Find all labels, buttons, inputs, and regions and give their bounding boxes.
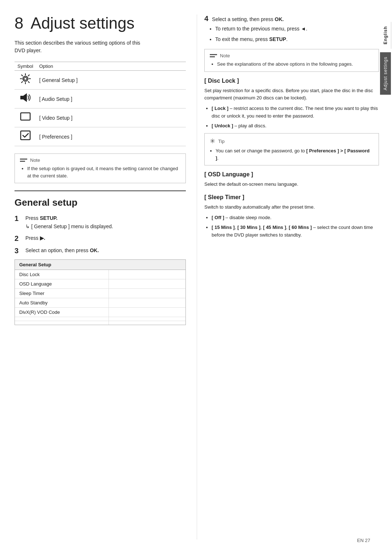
osd-language-text: Select the default on-screen menu langua…	[204, 181, 379, 188]
step-1-sub: [ General Setup ] menu is displayed.	[31, 223, 113, 229]
option-general-setup: [ General Setup ]	[36, 71, 186, 90]
side-tabs: English Adjust settings	[379, 0, 392, 554]
table-row: [ Audio Setup ]	[15, 90, 186, 108]
table-row: Sleep Timer	[15, 289, 185, 298]
note-label: Note	[30, 157, 40, 163]
svg-rect-5	[21, 131, 30, 140]
step-1: 1 Press SETUP. ↳[ General Setup ] menu i…	[15, 214, 186, 230]
table-row: Auto Standby	[15, 298, 185, 308]
row-auto-standby: Auto Standby	[15, 298, 109, 307]
step-2-number: 2	[15, 234, 25, 243]
note-label-right: Note	[220, 53, 230, 58]
note-icon	[20, 159, 27, 162]
col-option: Option	[36, 62, 186, 71]
row-osd-language: OSD Language	[15, 279, 109, 288]
table-row	[15, 317, 185, 321]
table-row: [ General Setup ]	[15, 71, 186, 90]
step-2-kbd: ▶.	[40, 235, 45, 241]
note-box-left: Note If the setup option is grayed out, …	[15, 153, 186, 183]
step-4-number: 4	[204, 15, 208, 22]
symbol-audio	[15, 90, 36, 108]
side-tab-english: English	[380, 22, 391, 49]
disc-lock-bullet-2: [ Unlock ] – play all discs.	[212, 122, 379, 130]
row-disc-lock: Disc Lock	[15, 270, 109, 279]
svg-rect-4	[21, 113, 30, 120]
disc-lock-bullet-1: [ Lock ] – restrict access to the curren…	[212, 105, 379, 120]
row-divx: DivX(R) VOD Code	[15, 308, 109, 317]
sleep-timer-bullet-2: [ 15 Mins ], [ 30 Mins ], [ 45 Mins ], […	[212, 224, 379, 239]
sleep-timer-text: Switch to standby automatically after th…	[204, 204, 379, 211]
right-column: 4 Select a setting, then press OK. To re…	[197, 15, 379, 539]
section-divider	[15, 190, 186, 191]
general-setup-heading: General setup	[15, 197, 186, 208]
tip-label: Tip	[218, 139, 225, 144]
sleep-timer-title: [ Sleep Timer ]	[204, 194, 379, 201]
note-icon-right	[210, 54, 217, 57]
tip-box: ✳ Tip You can set or change the password…	[204, 133, 379, 165]
left-column: 8 Adjust settings This section describes…	[15, 15, 197, 539]
step-4: 4 Select a setting, then press OK. To re…	[204, 15, 379, 43]
setup-table-header: General Setup	[15, 260, 185, 270]
col-symbol: Symbol	[15, 62, 36, 71]
step-4-bullet-1: To return to the previous menu, press ◄.	[215, 25, 379, 33]
table-row: [ Video Setup ]	[15, 108, 186, 127]
tip-text: You can set or change the password, go t…	[216, 147, 373, 161]
osd-language-section: [ OSD Language ] Select the default on-s…	[204, 171, 379, 188]
table-row: DivX(R) VOD Code	[15, 308, 185, 317]
sleep-timer-section: [ Sleep Timer ] Switch to standby automa…	[204, 194, 379, 239]
step-1-text: Press	[25, 215, 38, 221]
step-4-kbd: OK.	[275, 16, 284, 22]
step-2-text: Press	[25, 235, 38, 241]
step-1-number: 1	[15, 214, 25, 223]
step-3: 3 Select an option, then press OK.	[15, 246, 186, 255]
row-sleep-timer: Sleep Timer	[15, 289, 109, 298]
symbol-video	[15, 108, 36, 127]
symbol-option-table: Symbol Option [ Ge	[15, 62, 186, 146]
table-row: OSD Language	[15, 279, 185, 289]
symbol-gear	[15, 71, 36, 90]
note-text-right: See the explanations of the above option…	[217, 61, 373, 68]
table-row	[15, 321, 185, 325]
disc-lock-section: [ Disc Lock ] Set play restriction for a…	[204, 78, 379, 130]
step-3-kbd: OK.	[90, 247, 99, 253]
sleep-timer-bullet-1: [ Off ] – disable sleep mode.	[212, 214, 379, 222]
chapter-number: 8	[15, 14, 23, 32]
intro-text: This section describes the various setti…	[15, 39, 142, 54]
table-row: [ Preferences ]	[15, 127, 186, 146]
symbol-preferences	[15, 127, 36, 146]
step-4-text: Select a setting, then press	[212, 16, 273, 22]
page-number: EN 27	[357, 538, 370, 543]
osd-language-title: [ OSD Language ]	[204, 171, 379, 178]
side-tab-adjust: Adjust settings	[380, 52, 391, 95]
disc-lock-text: Set play restriction for a specific disc…	[204, 87, 379, 102]
tip-icon: ✳	[210, 137, 215, 145]
general-setup-table: General Setup Disc Lock OSD Language Sle…	[15, 259, 186, 325]
disc-lock-title: [ Disc Lock ]	[204, 78, 379, 84]
step-3-text: Select an option, then press	[25, 247, 89, 253]
step-3-number: 3	[15, 246, 25, 255]
step-1-content: Press SETUP. ↳[ General Setup ] menu is …	[25, 214, 113, 230]
option-audio-setup: [ Audio Setup ]	[36, 90, 186, 108]
chapter-heading: 8 Adjust settings	[15, 15, 186, 32]
svg-marker-3	[23, 93, 27, 102]
step-1-kbd: SETUP.	[40, 215, 58, 221]
option-video-setup: [ Video Setup ]	[36, 108, 186, 127]
chapter-title: Adjust settings	[30, 14, 134, 32]
table-row: Disc Lock	[15, 270, 185, 279]
option-preferences: [ Preferences ]	[36, 127, 186, 146]
step-3-content: Select an option, then press OK.	[25, 246, 99, 254]
step-2-content: Press ▶.	[25, 234, 45, 242]
step-2: 2 Press ▶.	[15, 234, 186, 243]
note-text-left: If the setup option is grayed out, it me…	[27, 165, 180, 179]
step-4-bullet-2: To exit the menu, press SETUP.	[215, 36, 379, 43]
note-box-right: Note See the explanations of the above o…	[204, 49, 379, 72]
svg-rect-2	[20, 96, 23, 99]
svg-point-0	[24, 77, 27, 80]
